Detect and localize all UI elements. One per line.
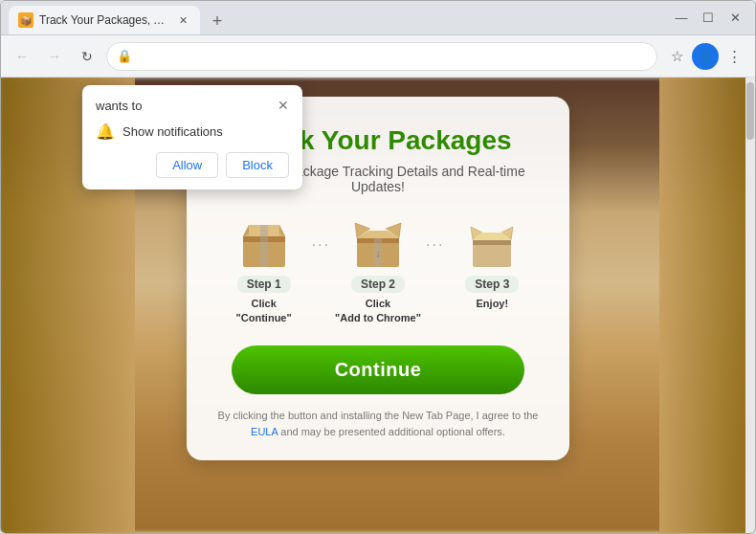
popup-buttons: Allow Block (96, 152, 289, 178)
steps-row: Step 1 Click "Continue" ··· (215, 217, 541, 326)
bell-icon: 🔔 (96, 122, 115, 141)
step-3-label: Step 3 (465, 276, 519, 293)
step-1: Step 1 Click "Continue" (216, 217, 312, 326)
dots-2: ··· (426, 217, 444, 254)
tab-bar: 📦 Track Your Packages, All for Free ✕ + (9, 1, 667, 34)
lock-icon: 🔒 (117, 49, 132, 63)
step-1-desc: Click "Continue" (236, 297, 292, 326)
popup-wants-to: wants to (96, 99, 142, 113)
active-tab[interactable]: 📦 Track Your Packages, All for Free ✕ (9, 6, 200, 34)
footer-text2: and may be presented additional optional… (280, 426, 505, 437)
new-tab-button[interactable]: + (204, 8, 231, 34)
allow-button[interactable]: Allow (156, 152, 218, 178)
browser-window: 📦 Track Your Packages, All for Free ✕ + … (0, 0, 756, 534)
maximize-button[interactable]: ☐ (700, 10, 717, 27)
refresh-button[interactable]: ↻ (74, 43, 100, 70)
tab-close-btn[interactable]: ✕ (175, 12, 190, 28)
popup-notification-row: 🔔 Show notifications (96, 122, 289, 141)
svg-text:↓: ↓ (375, 247, 381, 260)
step-1-label: Step 1 (237, 276, 291, 293)
eula-link[interactable]: EULA (251, 426, 278, 437)
tab-favicon: 📦 (18, 12, 33, 28)
notification-popup: wants to ✕ 🔔 Show notifications Allow Bl… (82, 85, 302, 189)
svg-rect-4 (260, 236, 268, 267)
popup-close-btn[interactable]: ✕ (278, 99, 289, 112)
menu-button[interactable]: ⋮ (721, 43, 747, 70)
step-3-desc: Enjoy! (477, 297, 509, 311)
profile-button[interactable]: 👤 (692, 43, 719, 70)
step-2: ↓ Step 2 Click "Add to Chrome" (330, 217, 426, 326)
toolbar-icons: ☆ 👤 ⋮ (663, 43, 747, 70)
popup-header: wants to ✕ (96, 99, 289, 113)
svg-rect-3 (260, 225, 268, 236)
nav-bar: ← → ↻ 🔒 ☆ 👤 ⋮ (1, 35, 755, 78)
minimize-button[interactable]: — (673, 10, 690, 27)
card-footer: By clicking the button and installing th… (215, 408, 541, 441)
step-3: Step 3 Enjoy! (444, 217, 540, 311)
tab-title: Track Your Packages, All for Free (39, 13, 169, 27)
scrollbar-thumb[interactable] (746, 82, 754, 140)
address-bar[interactable]: 🔒 (106, 42, 657, 71)
scrollbar[interactable] (745, 78, 755, 533)
step-2-icon: ↓ (349, 217, 407, 270)
bookmark-button[interactable]: ☆ (663, 43, 690, 70)
warehouse-boxes-right (659, 78, 755, 533)
footer-text: By clicking the button and installing th… (218, 410, 539, 421)
step-2-desc: Click "Add to Chrome" (335, 297, 421, 326)
dots-1: ··· (312, 217, 330, 254)
step-3-icon (463, 217, 521, 270)
window-controls: — ☐ ✕ (673, 10, 747, 27)
forward-button[interactable]: → (41, 43, 68, 70)
back-button[interactable]: ← (9, 43, 35, 70)
close-button[interactable]: ✕ (726, 10, 744, 27)
show-notifications-text: Show notifications (122, 124, 223, 139)
title-bar: 📦 Track Your Packages, All for Free ✕ + … (1, 1, 755, 35)
page-content: Track Your Packages Get Your Package Tra… (1, 78, 755, 533)
continue-button[interactable]: Continue (232, 345, 524, 394)
step-2-label: Step 2 (351, 276, 405, 293)
step-1-icon (235, 217, 293, 270)
svg-rect-10 (473, 240, 511, 245)
block-button[interactable]: Block (226, 152, 289, 178)
